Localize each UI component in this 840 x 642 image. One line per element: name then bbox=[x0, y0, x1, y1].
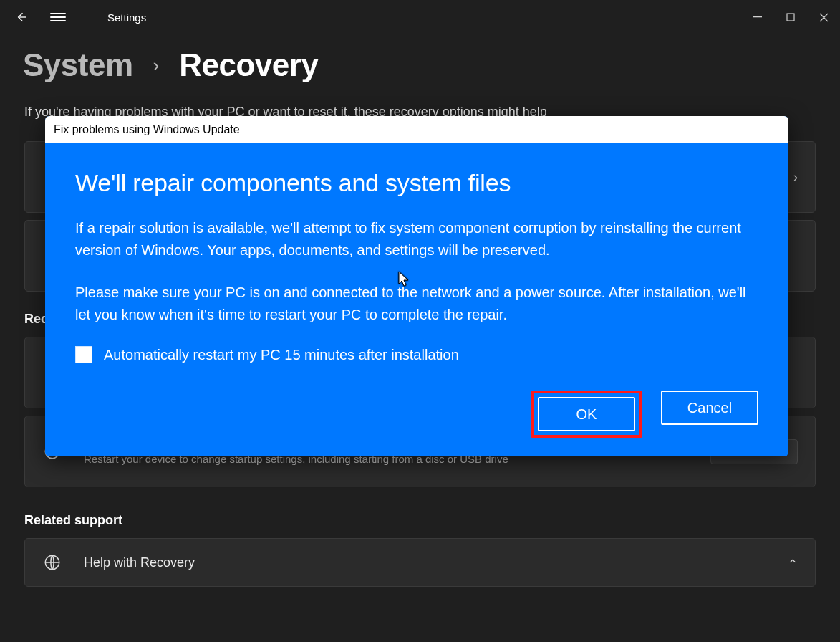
dialog-paragraph-2: Please make sure your PC is on and conne… bbox=[75, 282, 758, 326]
dialog-paragraph-1: If a repair solution is available, we'll… bbox=[75, 217, 758, 262]
fix-problems-dialog: Fix problems using Windows Update We'll … bbox=[45, 116, 788, 456]
svg-rect-0 bbox=[753, 16, 762, 17]
breadcrumb-current: Recovery bbox=[179, 47, 318, 83]
help-with-recovery-card[interactable]: Help with Recovery bbox=[24, 538, 816, 587]
hamburger-menu-button[interactable] bbox=[50, 9, 66, 25]
section-related-support: Related support bbox=[0, 513, 840, 528]
dialog-heading: We'll repair components and system files bbox=[75, 169, 758, 197]
tutorial-highlight: OK bbox=[531, 391, 642, 438]
minimize-button[interactable] bbox=[741, 3, 774, 32]
breadcrumb-parent[interactable]: System bbox=[23, 47, 133, 83]
dialog-title: Fix problems using Windows Update bbox=[45, 116, 788, 143]
maximize-button[interactable] bbox=[774, 3, 807, 32]
globe-icon bbox=[42, 553, 62, 572]
auto-restart-checkbox-label: Automatically restart my PC 15 minutes a… bbox=[104, 347, 459, 363]
cancel-button[interactable]: Cancel bbox=[661, 391, 758, 425]
breadcrumb: System › Recovery bbox=[0, 47, 840, 83]
chevron-up-icon bbox=[788, 556, 798, 569]
chevron-right-icon: › bbox=[153, 54, 160, 77]
chevron-right-icon: › bbox=[793, 170, 798, 185]
titlebar: Settings bbox=[0, 0, 840, 34]
back-button[interactable] bbox=[13, 9, 29, 25]
svg-rect-1 bbox=[787, 14, 794, 21]
help-card-label: Help with Recovery bbox=[84, 555, 195, 570]
ok-button[interactable]: OK bbox=[538, 397, 635, 431]
close-button[interactable] bbox=[807, 3, 840, 32]
app-title: Settings bbox=[107, 11, 146, 24]
auto-restart-checkbox[interactable] bbox=[75, 346, 92, 363]
